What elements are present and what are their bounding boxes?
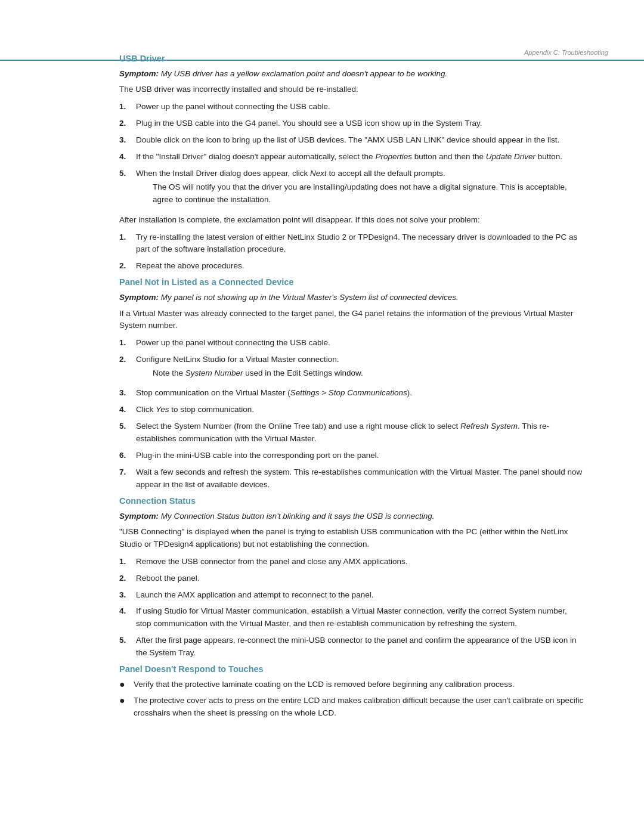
step-content: Wait a few seconds and refresh the syste… [136, 466, 584, 491]
step-content: Double click on the icon to bring up the… [136, 134, 584, 147]
list-item: 5. After the first page appears, re-conn… [119, 634, 584, 659]
list-item: 4. Click Yes to stop communication. [119, 404, 584, 416]
list-item: 1. Remove the USB connector from the pan… [119, 556, 584, 568]
step-num: 5. [119, 168, 132, 180]
list-item: ● Verify that the protective laminate co… [119, 679, 584, 691]
step-content: Remove the USB connector from the panel … [136, 556, 584, 568]
step-num: 3. [119, 589, 132, 602]
list-item: 2. Plug in the USB cable into the G4 pan… [119, 117, 584, 130]
bullet-content: The protective cover acts to press on th… [134, 695, 584, 720]
section-panel-not-listed: Panel Not in Listed as a Connected Devic… [119, 277, 584, 491]
step-num: 1. [119, 556, 132, 568]
step-num: 4. [119, 605, 132, 618]
usb-driver-title: USB Driver [119, 54, 584, 63]
step-content: If the "Install Driver" dialog doesn't a… [136, 151, 584, 163]
list-item: 4. If using Studio for Virtual Master co… [119, 605, 584, 630]
step-num: 2. [119, 260, 132, 272]
list-item: 2. Reboot the panel. [119, 572, 584, 585]
panel-not-listed-title: Panel Not in Listed as a Connected Devic… [119, 277, 584, 287]
step-content: When the Install Driver dialog does appe… [136, 168, 584, 209]
connection-status-steps: 1. Remove the USB connector from the pan… [119, 556, 584, 659]
list-item: 5. Select the System Number (from the On… [119, 420, 584, 445]
step-content: Click Yes to stop communication. [136, 404, 584, 416]
panel-touches-title: Panel Doesn't Respond to Touches [119, 664, 584, 674]
step-content: Power up the panel without connecting th… [136, 337, 584, 349]
step-num: 6. [119, 450, 132, 462]
step-num: 2. [119, 354, 132, 366]
symptom-label-0: Symptom: [119, 69, 159, 78]
panel-not-listed-intro: If a Virtual Master was already connecte… [119, 308, 584, 333]
list-item: 1. Power up the panel without connecting… [119, 101, 584, 113]
step-sub-text: Note the System Number used in the Edit … [153, 367, 584, 380]
step-num: 1. [119, 101, 132, 113]
symptom-label-2: Symptom: [119, 512, 159, 521]
step-content: Repeat the above procedures. [136, 260, 584, 272]
step-num: 3. [119, 134, 132, 147]
step-content: After the first page appears, re-connect… [136, 634, 584, 659]
panel-not-listed-steps: 1. Power up the panel without connecting… [119, 337, 584, 491]
connection-status-intro: "USB Connecting" is displayed when the p… [119, 526, 584, 551]
step-num: 2. [119, 117, 132, 130]
list-item: ● The protective cover acts to press on … [119, 695, 584, 720]
usb-driver-intro: The USB driver was incorrectly installed… [119, 83, 584, 96]
step-num: 1. [119, 231, 132, 244]
list-item: 2. Repeat the above procedures. [119, 260, 584, 272]
list-item: 1. Try re-installing the latest version … [119, 231, 584, 256]
section-connection-status: Connection Status Symptom: My Connection… [119, 496, 584, 660]
step-content: Try re-installing the latest version of … [136, 231, 584, 256]
connection-status-symptom-text: My Connection Status button isn't blinki… [159, 512, 435, 521]
list-item: 1. Power up the panel without connecting… [119, 337, 584, 349]
step-num: 2. [119, 572, 132, 585]
step-num: 4. [119, 151, 132, 163]
step-content: If using Studio for Virtual Master commu… [136, 605, 584, 630]
list-item: 3. Launch the AMX application and attemp… [119, 589, 584, 602]
step-num: 5. [119, 420, 132, 433]
page-container: Appendix C: Troubleshooting USB Driver S… [0, 36, 644, 833]
usb-driver-steps: 1. Power up the panel without connecting… [119, 101, 584, 209]
connection-status-symptom: Symptom: My Connection Status button isn… [119, 510, 584, 522]
list-item: 7. Wait a few seconds and refresh the sy… [119, 466, 584, 491]
step-num: 1. [119, 337, 132, 349]
usb-driver-after-text: After installation is complete, the excl… [119, 214, 584, 227]
main-content: USB Driver Symptom: My USB driver has a … [119, 36, 584, 720]
step-num: 7. [119, 466, 132, 479]
usb-driver-steps2: 1. Try re-installing the latest version … [119, 231, 584, 273]
step-num: 3. [119, 387, 132, 400]
bullet-icon: ● [119, 679, 130, 691]
usb-driver-symptom-text: My USB driver has a yellow exclamation p… [159, 69, 447, 78]
section-panel-touches: Panel Doesn't Respond to Touches ● Verif… [119, 664, 584, 720]
usb-driver-symptom: Symptom: My USB driver has a yellow excl… [119, 68, 584, 80]
list-item: 2. Configure NetLinx Studio for a Virtua… [119, 354, 584, 383]
header-text: Appendix C: Troubleshooting [524, 49, 608, 56]
panel-touches-bullets: ● Verify that the protective laminate co… [119, 679, 584, 720]
step-num: 4. [119, 404, 132, 416]
step-content: Configure NetLinx Studio for a Virtual M… [136, 354, 584, 383]
step-content: Stop communication on the Virtual Master… [136, 387, 584, 400]
list-item: 5. When the Install Driver dialog does a… [119, 168, 584, 209]
connection-status-title: Connection Status [119, 496, 584, 506]
step-content: Power up the panel without connecting th… [136, 101, 584, 113]
step-content: Select the System Number (from the Onlin… [136, 420, 584, 445]
step-content: Launch the AMX application and attempt t… [136, 589, 584, 602]
list-item: 3. Double click on the icon to bring up … [119, 134, 584, 147]
step-content: Plug-in the mini-USB cable into the corr… [136, 450, 584, 462]
step-num: 5. [119, 634, 132, 647]
bullet-icon: ● [119, 695, 130, 707]
symptom-label-1: Symptom: [119, 293, 159, 302]
panel-not-listed-symptom: Symptom: My panel is not showing up in t… [119, 292, 584, 304]
top-rule [0, 60, 644, 61]
panel-not-listed-symptom-text: My panel is not showing up in the Virtua… [159, 293, 459, 302]
step-content: Reboot the panel. [136, 572, 584, 585]
list-item: 6. Plug-in the mini-USB cable into the c… [119, 450, 584, 462]
step-content: Plug in the USB cable into the G4 panel.… [136, 117, 584, 130]
section-usb-driver: USB Driver Symptom: My USB driver has a … [119, 54, 584, 272]
step-sub-text: The OS will notify you that the driver y… [153, 181, 584, 206]
list-item: 3. Stop communication on the Virtual Mas… [119, 387, 584, 400]
bullet-content: Verify that the protective laminate coat… [134, 679, 584, 691]
list-item: 4. If the "Install Driver" dialog doesn'… [119, 151, 584, 163]
